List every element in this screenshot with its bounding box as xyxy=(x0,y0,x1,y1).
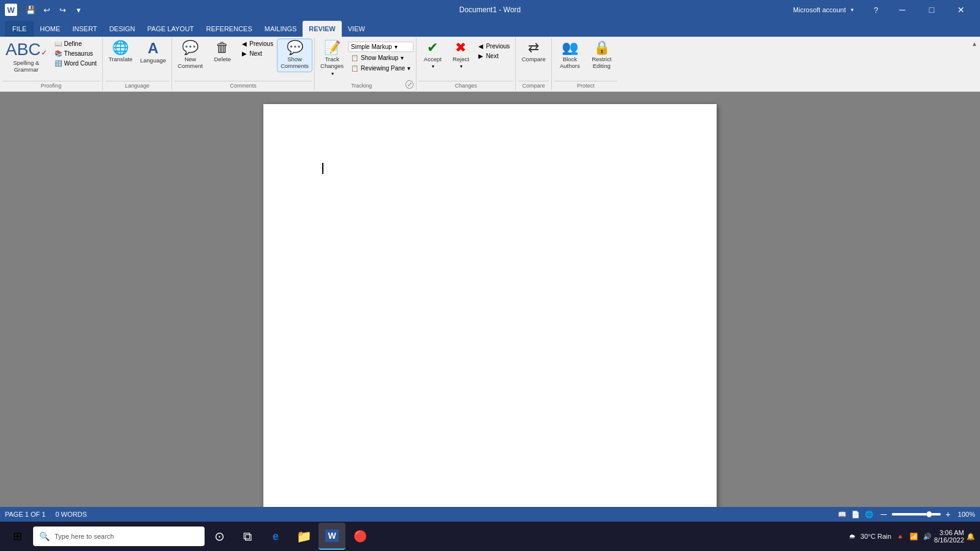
previous-icon: ◀ xyxy=(242,40,247,47)
new-comment-button[interactable]: 💬 NewComment xyxy=(175,39,206,72)
volume-icon: 🔊 xyxy=(923,533,932,541)
tracking-group-label: Tracking xyxy=(317,81,405,89)
reviewing-pane-label: Reviewing Pane xyxy=(361,65,405,72)
new-comment-label: NewComment xyxy=(178,56,203,70)
track-changes-dropdown[interactable]: ▾ xyxy=(318,70,345,78)
word-count-button[interactable]: 🔢 Word Count xyxy=(51,59,100,68)
tab-mailings[interactable]: MAILINGS xyxy=(258,21,303,37)
word-taskbar-button[interactable]: W xyxy=(318,523,345,550)
compare-label: Compare xyxy=(522,56,546,62)
time-display: 3:06 AM xyxy=(934,529,964,536)
reject-button[interactable]: ✖ Reject xyxy=(447,39,474,63)
maximize-button[interactable]: □ xyxy=(918,0,946,20)
save-qat-button[interactable]: 💾 xyxy=(23,2,38,17)
spelling-grammar-button[interactable]: ABC✓ Spelling &Grammar xyxy=(2,39,50,75)
spelling-label: Spelling &Grammar xyxy=(13,59,39,73)
reviewing-pane-button[interactable]: 📋 Reviewing Pane ▾ xyxy=(348,64,413,73)
compare-button[interactable]: ⇄ Compare xyxy=(518,39,549,64)
reject-dropdown[interactable]: ▾ xyxy=(447,63,474,71)
notification-button[interactable]: 🔔 xyxy=(967,533,975,541)
tab-file[interactable]: FILE xyxy=(5,21,34,37)
define-label: Define xyxy=(64,40,82,47)
collapse-ribbon-button[interactable]: ▲ xyxy=(971,40,978,47)
previous-change-button[interactable]: ◀ Previous xyxy=(475,42,513,51)
markup-dropdown[interactable]: Simple Markup ▾ xyxy=(348,42,413,52)
next-icon: ▶ xyxy=(242,50,247,57)
chevron-up-icon[interactable]: 🔺 xyxy=(896,533,905,541)
close-button[interactable]: ✕ xyxy=(947,0,975,20)
restrict-editing-button[interactable]: 🔒 RestrictEditing xyxy=(586,39,617,72)
tab-references[interactable]: REFERENCES xyxy=(200,21,258,37)
help-button[interactable]: ? xyxy=(869,2,883,17)
next-comment-button[interactable]: ▶ Next xyxy=(239,49,276,58)
task-view-button[interactable]: ⧉ xyxy=(234,523,261,550)
print-layout-button[interactable]: 📄 xyxy=(851,511,860,519)
restrict-editing-label: RestrictEditing xyxy=(592,56,611,70)
translate-label: Translate xyxy=(108,56,132,62)
track-changes-button[interactable]: 📝 TrackChanges xyxy=(317,39,347,70)
title-bar-right: Microsoft account ▾ ? ─ □ ✕ xyxy=(793,0,975,20)
date-display: 8/16/2022 xyxy=(934,536,964,544)
word-taskbar-icon: W xyxy=(325,530,338,542)
edge-icon: e xyxy=(273,530,279,543)
start-button[interactable]: ⊞ xyxy=(2,522,32,551)
chrome-button[interactable]: 🔴 xyxy=(347,523,374,550)
tab-design[interactable]: DESIGN xyxy=(103,21,141,37)
read-mode-button[interactable]: 📖 xyxy=(838,511,846,519)
spelling-icon: ABC✓ xyxy=(6,41,47,58)
file-explorer-button[interactable]: 📁 xyxy=(290,523,317,550)
ribbon-group-language: 🌐 Translate A Language Language xyxy=(103,38,172,90)
document-title: Document1 - Word xyxy=(459,6,521,14)
accept-label: Accept xyxy=(424,56,442,62)
tab-page-layout[interactable]: PAGE LAYOUT xyxy=(141,21,200,37)
markup-option: Simple Markup xyxy=(351,43,392,50)
language-button[interactable]: A Language xyxy=(137,39,169,66)
network-icon: 📶 xyxy=(910,533,918,541)
delete-comment-button[interactable]: 🗑 Delete xyxy=(207,39,238,64)
ribbon-group-comments: 💬 NewComment 🗑 Delete ◀ Previous ▶ Next … xyxy=(172,38,315,90)
show-markup-button[interactable]: 📋 Show Markup ▾ xyxy=(348,53,413,62)
zoom-level[interactable]: 100% xyxy=(958,511,975,518)
define-icon: 📖 xyxy=(55,40,62,47)
zoom-slider[interactable] xyxy=(892,513,941,515)
document-page[interactable] xyxy=(263,104,717,507)
chevron-down-icon[interactable]: ▾ xyxy=(851,7,854,13)
thesaurus-label: Thesaurus xyxy=(64,50,93,57)
show-comments-icon: 💬 xyxy=(287,41,303,54)
define-button[interactable]: 📖 Define xyxy=(51,39,100,48)
web-layout-button[interactable]: 🌐 xyxy=(865,511,873,519)
title-bar: W 💾 ↩ ↪ ▾ Document1 - Word Microsoft acc… xyxy=(0,0,980,20)
redo-button[interactable]: ↪ xyxy=(55,2,70,17)
undo-button[interactable]: ↩ xyxy=(39,2,54,17)
tab-view[interactable]: VIEW xyxy=(342,21,371,37)
task-view-icon: ⧉ xyxy=(243,530,252,544)
zoom-out-button[interactable]: ─ xyxy=(878,509,889,519)
translate-button[interactable]: 🌐 Translate xyxy=(105,39,136,64)
cortana-button[interactable]: ⊙ xyxy=(206,523,233,550)
accept-dropdown[interactable]: ▾ xyxy=(419,63,446,71)
accept-button[interactable]: ✔ Accept xyxy=(419,39,446,63)
next-change-button[interactable]: ▶ Next xyxy=(475,51,513,61)
minimize-button[interactable]: ─ xyxy=(888,0,916,20)
taskbar-search[interactable]: 🔍 Type here to search xyxy=(33,527,205,546)
zoom-in-button[interactable]: + xyxy=(943,509,953,519)
edge-button[interactable]: e xyxy=(262,523,289,550)
translate-icon: 🌐 xyxy=(112,41,129,54)
delete-label: Delete xyxy=(214,56,231,62)
thesaurus-button[interactable]: 📚 Thesaurus xyxy=(51,49,100,58)
new-comment-icon: 💬 xyxy=(182,41,198,54)
clock[interactable]: 3:06 AM 8/16/2022 xyxy=(934,529,964,544)
tracking-dialog-button[interactable]: ⤢ xyxy=(405,80,413,89)
block-authors-button[interactable]: 👥 BlockAuthors xyxy=(554,39,585,72)
taskbar-right: 🌧 30°C Rain 🔺 📶 🔊 3:06 AM 8/16/2022 🔔 xyxy=(849,529,978,544)
chrome-icon: 🔴 xyxy=(353,530,367,543)
customize-qat-button[interactable]: ▾ xyxy=(71,2,86,17)
block-authors-label: BlockAuthors xyxy=(560,56,580,70)
track-changes-label: TrackChanges xyxy=(320,56,344,70)
show-comments-button[interactable]: 💬 ShowComments xyxy=(277,39,312,72)
account-label[interactable]: Microsoft account xyxy=(793,6,846,13)
previous-comment-button[interactable]: ◀ Previous xyxy=(239,39,276,48)
tab-insert[interactable]: INSERT xyxy=(66,21,103,37)
tab-review[interactable]: REVIEW xyxy=(303,21,341,37)
tab-home[interactable]: HOME xyxy=(34,21,66,37)
